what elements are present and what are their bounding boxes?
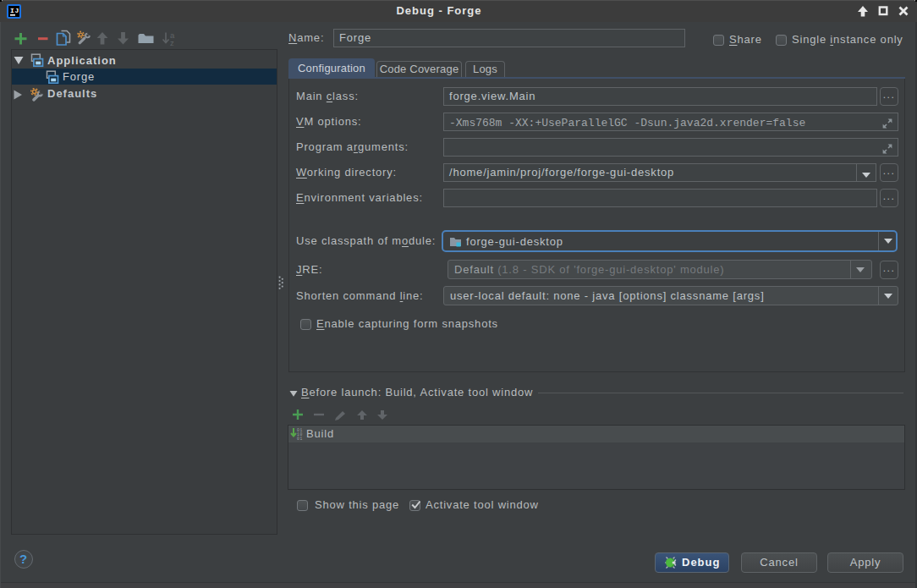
svg-text:01: 01	[297, 437, 303, 440]
svg-text:z: z	[170, 38, 175, 47]
svg-text:IJ: IJ	[10, 7, 19, 14]
